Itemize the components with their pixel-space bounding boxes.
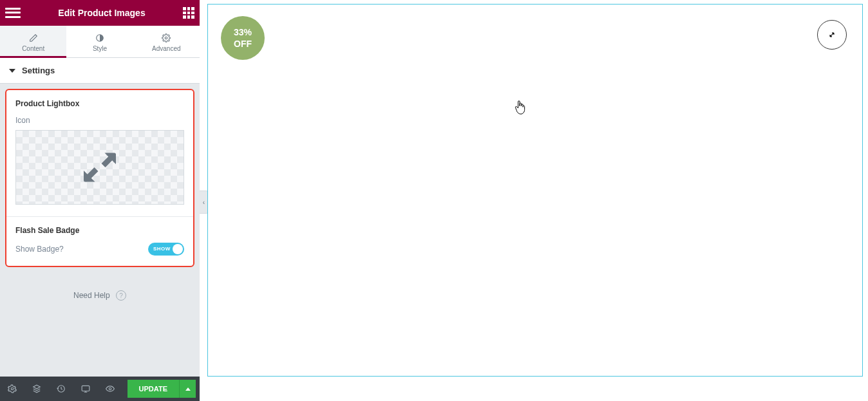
discount-badge: 33% OFF — [221, 16, 265, 60]
show-badge-label: Show Badge? — [15, 245, 64, 254]
gear-icon — [162, 33, 171, 42]
svg-rect-3 — [82, 386, 90, 391]
group-flash-sale: Flash Sale Badge — [15, 226, 184, 235]
need-help[interactable]: Need Help ? — [5, 290, 194, 301]
update-button[interactable]: UPDATE — [127, 380, 179, 398]
preview-button[interactable] — [98, 377, 122, 401]
preview-canvas[interactable]: 33% OFF — [207, 4, 863, 377]
need-help-label: Need Help — [73, 291, 110, 300]
pencil-icon — [29, 33, 38, 42]
expand-arrows-icon — [80, 148, 119, 187]
tab-label: Advanced — [133, 45, 200, 52]
responsive-button[interactable] — [73, 377, 98, 401]
group-product-lightbox: Product Lightbox — [15, 99, 184, 108]
history-button[interactable] — [49, 377, 73, 401]
badge-percent: 33% — [234, 26, 252, 38]
svg-point-4 — [109, 387, 111, 390]
svg-point-1 — [165, 37, 168, 39]
navigator-button[interactable] — [24, 377, 49, 401]
badge-off: OFF — [234, 38, 252, 50]
icon-image-picker[interactable] — [15, 130, 184, 205]
settings-gear-button[interactable] — [0, 377, 24, 401]
tab-content[interactable]: Content — [0, 26, 66, 57]
tab-advanced[interactable]: Advanced — [133, 26, 200, 57]
expand-icon — [827, 30, 836, 39]
sidebar-header: Edit Product Images — [0, 0, 200, 26]
field-icon-label: Icon — [15, 116, 184, 125]
divider — [6, 216, 193, 217]
show-badge-row: Show Badge? SHOW — [15, 243, 184, 256]
editor-sidebar: Edit Product Images Content Style Advanc… — [0, 0, 200, 401]
bottom-bar: UPDATE — [0, 377, 200, 401]
panel-body: Product Lightbox Icon Flash Sale Badge S… — [0, 84, 200, 306]
settings-highlight-box: Product Lightbox Icon Flash Sale Badge S… — [5, 89, 194, 267]
svg-point-2 — [11, 387, 14, 390]
section-title: Settings — [22, 66, 55, 75]
chevron-up-icon — [185, 387, 191, 391]
tab-label: Content — [0, 45, 66, 52]
tab-style[interactable]: Style — [66, 26, 133, 57]
toggle-text: SHOW — [153, 243, 171, 256]
widgets-icon[interactable] — [183, 7, 194, 19]
panel-title: Edit Product Images — [21, 8, 183, 18]
show-badge-toggle[interactable]: SHOW — [148, 243, 184, 256]
help-icon: ? — [116, 290, 126, 301]
section-settings[interactable]: Settings — [0, 58, 200, 84]
update-group: UPDATE — [127, 380, 196, 398]
tab-label: Style — [66, 45, 133, 52]
contrast-icon — [95, 33, 104, 42]
editor-tabs: Content Style Advanced — [0, 26, 200, 58]
menu-icon[interactable] — [5, 6, 21, 19]
update-options-button[interactable] — [179, 380, 196, 398]
chevron-down-icon — [9, 69, 15, 73]
toggle-knob — [173, 244, 183, 254]
lightbox-zoom-button[interactable] — [817, 20, 847, 50]
